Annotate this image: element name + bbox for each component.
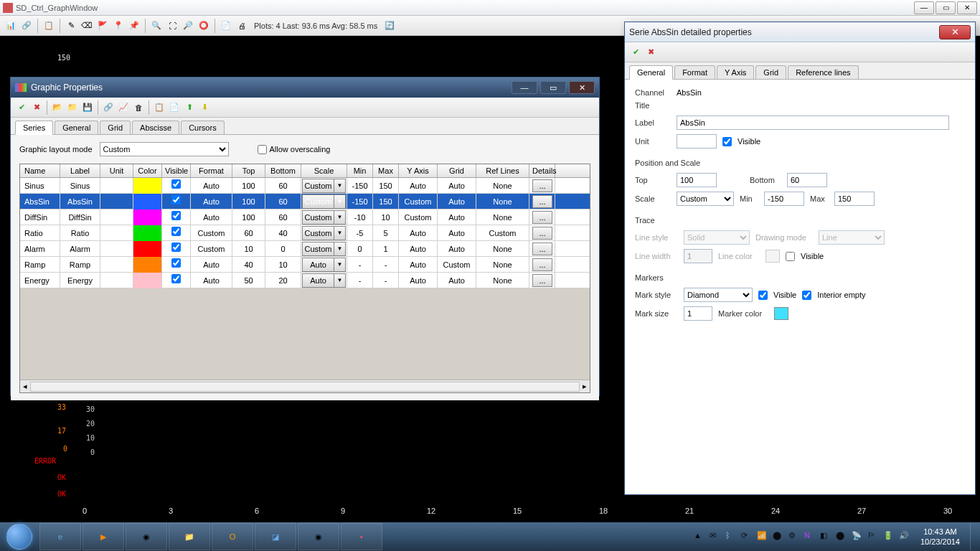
zoom-out-icon[interactable]: 🔎 — [182, 19, 194, 32]
taskbar-media[interactable]: ▶ — [83, 523, 124, 550]
cell-visible[interactable] — [162, 209, 191, 225]
close-button[interactable]: ✕ — [569, 81, 595, 94]
column-header[interactable]: Bottom — [265, 164, 301, 177]
cell-unit[interactable] — [100, 194, 133, 209]
marksize-input[interactable] — [684, 306, 712, 321]
visible-checkbox[interactable] — [171, 258, 181, 268]
cell-label[interactable]: AbsSin — [60, 194, 100, 209]
cell-grid[interactable]: Custom — [438, 257, 476, 273]
column-header[interactable]: Visible — [162, 164, 191, 177]
table-row[interactable]: RatioRatioCustom6040Custom▼-55AutoAutoCu… — [20, 225, 590, 241]
details-button[interactable]: ... — [532, 179, 552, 192]
column-header[interactable]: Max — [373, 164, 399, 177]
table-row[interactable]: RampRampAuto4010Auto▼--AutoCustomNone... — [20, 257, 590, 273]
visible-checkbox[interactable] — [171, 227, 181, 236]
cell-bottom[interactable]: 20 — [265, 273, 301, 288]
column-header[interactable]: Grid — [438, 164, 476, 177]
cell-details[interactable]: ... — [529, 273, 555, 288]
tray-icon[interactable]: ⬤ — [773, 531, 784, 542]
volume-icon[interactable]: 🔊 — [899, 531, 910, 542]
clear-icon[interactable]: ⌫ — [80, 19, 93, 32]
close-button[interactable]: ✕ — [939, 25, 971, 39]
copy-icon[interactable]: 📄 — [220, 19, 232, 32]
cell-name[interactable]: Energy — [20, 273, 60, 288]
table-row[interactable]: AlarmAlarmCustom100Custom▼01AutoAutoNone… — [20, 241, 590, 257]
cell-unit[interactable] — [100, 257, 133, 273]
visible-checkbox[interactable] — [171, 195, 181, 204]
cell-details[interactable]: ... — [529, 257, 555, 273]
scale-button[interactable]: Custom — [302, 242, 334, 256]
zoom-reset-icon[interactable]: ⭕ — [197, 19, 210, 32]
tab-reference-lines[interactable]: Reference lines — [788, 65, 858, 79]
sync-icon[interactable]: ⟳ — [741, 531, 753, 542]
main-titlebar[interactable]: SD_Ctrl_GraphWindow — ▭ ✕ — [0, 0, 980, 16]
cell-name[interactable]: AbsSin — [20, 194, 60, 209]
delete-icon[interactable]: 🗑 — [132, 101, 145, 114]
cell-label[interactable]: Ramp — [60, 257, 100, 273]
cell-bottom[interactable]: 60 — [265, 178, 301, 194]
label-input[interactable] — [677, 116, 949, 130]
cell-top[interactable]: 50 — [232, 273, 265, 288]
cell-yaxis[interactable]: Custom — [399, 209, 438, 225]
cancel-icon[interactable]: ✖ — [30, 101, 43, 114]
cell-color[interactable] — [133, 178, 162, 194]
cell-visible[interactable] — [162, 241, 191, 257]
cell-unit[interactable] — [100, 241, 133, 257]
column-header[interactable]: Y Axis — [399, 164, 438, 177]
interior-checkbox[interactable] — [802, 291, 811, 300]
visible-checkbox[interactable] — [171, 274, 181, 283]
cell-unit[interactable] — [100, 209, 133, 225]
details-button[interactable]: ... — [532, 211, 552, 224]
cell-name[interactable]: Sinus — [20, 178, 60, 194]
show-desktop[interactable] — [970, 523, 977, 550]
cell-top[interactable]: 60 — [232, 225, 265, 241]
table-row[interactable]: SinusSinusAuto10060Custom▼-150150AutoAut… — [20, 178, 590, 194]
cell-details[interactable]: ... — [529, 209, 555, 225]
cell-yaxis[interactable]: Auto — [399, 257, 438, 273]
tab-grid[interactable]: Grid — [100, 121, 131, 134]
cell-format[interactable]: Custom — [191, 241, 232, 257]
cell-grid[interactable]: Auto — [438, 241, 476, 257]
tray-icon[interactable]: ⚙ — [788, 531, 800, 542]
cell-min[interactable]: 0 — [347, 241, 373, 257]
cell-details[interactable]: ... — [529, 241, 555, 257]
cell-grid[interactable]: Auto — [438, 209, 476, 225]
tab-general[interactable]: General — [629, 65, 673, 80]
cell-grid[interactable]: Auto — [438, 273, 476, 288]
cell-format[interactable]: Auto — [191, 209, 232, 225]
cell-bottom[interactable]: 60 — [265, 194, 301, 209]
tab-y-axis[interactable]: Y Axis — [717, 65, 754, 79]
tab-series[interactable]: Series — [15, 121, 53, 135]
cell-yaxis[interactable]: Custom — [399, 194, 438, 209]
up-icon[interactable]: ⬆ — [183, 101, 196, 114]
cell-bottom[interactable]: 40 — [265, 225, 301, 241]
tab-abscisse[interactable]: Abscisse — [132, 121, 179, 134]
h-scrollbar[interactable]: ◂▸ — [20, 380, 590, 392]
link-icon[interactable]: 🔗 — [102, 101, 115, 114]
signal-icon[interactable]: 📶 — [757, 531, 768, 542]
cell-yaxis[interactable]: Auto — [399, 225, 438, 241]
tray-icon[interactable]: ▲ — [694, 531, 705, 542]
chevron-down-icon[interactable]: ▼ — [334, 258, 346, 272]
zoom-fit-icon[interactable]: ⛶ — [166, 19, 179, 32]
cell-reflines[interactable]: None — [476, 241, 529, 257]
column-header[interactable]: Min — [347, 164, 373, 177]
cell-scale[interactable]: Custom▼ — [301, 209, 347, 225]
chevron-down-icon[interactable]: ▼ — [334, 226, 346, 240]
cell-yaxis[interactable]: Auto — [399, 178, 438, 194]
cell-min[interactable]: -10 — [347, 209, 373, 225]
chevron-down-icon[interactable]: ▼ — [334, 194, 346, 209]
cancel-icon[interactable]: ✖ — [644, 46, 657, 59]
cell-color[interactable] — [133, 257, 162, 273]
cell-color[interactable] — [133, 273, 162, 288]
clock[interactable]: 10:43 AM 10/23/2014 — [915, 527, 966, 547]
scale-select[interactable]: Custom — [677, 192, 734, 206]
cell-label[interactable]: Ratio — [60, 225, 100, 241]
column-header[interactable]: Unit — [100, 164, 133, 177]
cell-scale[interactable]: Custom▼ — [301, 194, 347, 209]
cell-top[interactable]: 100 — [232, 178, 265, 194]
zoom-in-icon[interactable]: 🔍 — [150, 19, 163, 32]
taskbar-ie[interactable]: e — [39, 523, 81, 550]
cell-label[interactable]: DiffSin — [60, 209, 100, 225]
cell-max[interactable]: 150 — [373, 178, 399, 194]
